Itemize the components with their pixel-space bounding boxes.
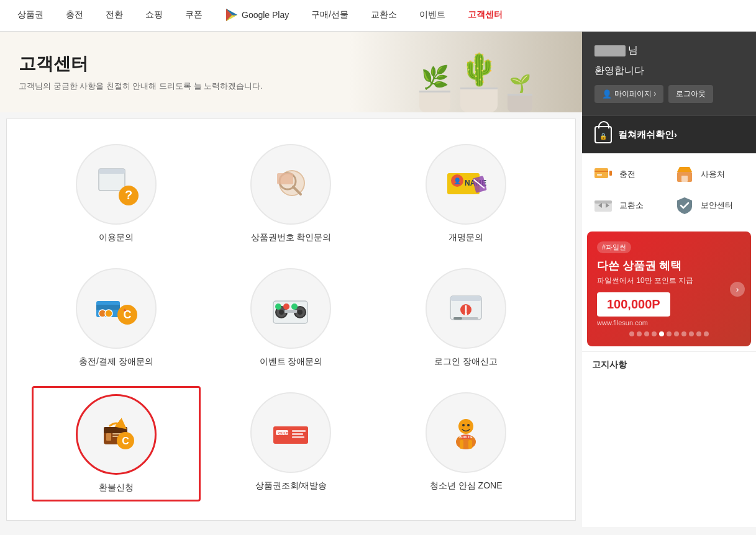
plant-leaves-3: 🌱 <box>509 73 531 94</box>
cat-circle-refund: C <box>76 394 157 475</box>
promo-arrow[interactable]: › <box>730 282 745 297</box>
cat-label-voucher-check: 상품권번호 확인문의 <box>251 232 332 243</box>
cat-circle-event-issue <box>250 268 331 349</box>
svg-text:👤: 👤 <box>453 177 462 185</box>
dot-10 <box>696 331 701 336</box>
category-item-login-issue[interactable]: 로그인 장애신고 <box>381 262 550 374</box>
svg-point-59 <box>467 424 470 426</box>
quicklink-charge[interactable]: 충전 <box>592 163 665 186</box>
nav-item-gift[interactable]: 상품권 <box>6 0 55 32</box>
quicklink-exchange[interactable]: 교환소 <box>592 194 665 217</box>
dot-3 <box>644 331 649 336</box>
category-item-name-change[interactable]: 👤 NAME 개명문의 <box>381 138 550 250</box>
dot-1 <box>629 331 634 336</box>
svg-point-28 <box>298 310 303 315</box>
sidebar-quick-links: 충전 사용처 <box>582 153 756 227</box>
svg-rect-32 <box>285 310 297 313</box>
promo-banner[interactable]: #파일썬 다쓴 상품권 혜택 파일썬에서 10만 포인트 지급 100,000P… <box>587 232 751 346</box>
youth-zone-icon: BOW TIE <box>441 408 491 457</box>
nav-item-googleplay[interactable]: Google Play <box>214 0 300 32</box>
logout-label: 로그아웃 <box>676 89 706 99</box>
svg-rect-5 <box>99 169 125 174</box>
lock-icon: 🔒 <box>594 126 612 143</box>
cat-label-login-issue: 로그인 장애신고 <box>434 356 498 367</box>
cat-label-refund: 환불신청 <box>99 482 134 493</box>
nim-suffix: 님 <box>628 44 638 57</box>
promo-site: www.filesun.com <box>597 319 741 326</box>
voucher-resend-icon: CULTURE LAND <box>266 408 316 457</box>
right-sidebar: 님 환영합니다 👤 마이페이지 › 로그아웃 🔒 컬쳐캐쉬확인› <box>582 32 756 527</box>
svg-point-54 <box>458 419 473 434</box>
store-icon <box>673 163 696 186</box>
content-area: ? 이용문의 상품권번호 확인문의 <box>6 119 576 521</box>
cat-circle-login-issue <box>426 268 506 349</box>
cat-circle-voucher-check <box>250 144 331 225</box>
plant-pot-1 <box>419 91 450 112</box>
svg-text:LAND: LAND <box>278 436 287 439</box>
cashcheck-bar[interactable]: 🔒 컬쳐캐쉬확인› <box>582 115 756 153</box>
quicklink-store[interactable]: 사용처 <box>673 163 746 186</box>
sidebar-action-buttons: 👤 마이페이지 › 로그아웃 <box>594 85 744 103</box>
category-item-youth-zone[interactable]: BOW TIE 청소년 안심 ZONE <box>381 386 550 501</box>
payment-issue-icon: C <box>91 284 141 333</box>
nav-item-convert[interactable]: 전환 <box>94 0 134 32</box>
google-play-label: Google Play <box>242 10 289 20</box>
svg-rect-11 <box>277 173 293 184</box>
nav-bar: 상품권 충전 전환 쇼핑 쿠폰 Google Play 구매/선물 교환소 이벤… <box>0 0 756 32</box>
nav-item-coupon[interactable]: 쿠폰 <box>174 0 214 32</box>
category-item-voucher-check[interactable]: 상품권번호 확인문의 <box>207 138 376 250</box>
category-grid: ? 이용문의 상품권번호 확인문의 <box>32 138 550 501</box>
inquiry-icon: ? <box>91 160 141 209</box>
nav-item-purchase[interactable]: 구매/선물 <box>300 0 360 32</box>
category-item-voucher-resend[interactable]: CULTURE LAND 상품권조회/재발송 <box>207 386 376 501</box>
mypage-button[interactable]: 👤 마이페이지 › <box>594 85 663 103</box>
plant-leaves-1: 🌿 <box>421 65 449 91</box>
svg-rect-34 <box>450 296 481 301</box>
promo-amount: 100,000P <box>597 292 670 317</box>
cat-label-youth-zone: 청소년 안심 ZONE <box>430 480 503 492</box>
lock-shackle <box>598 121 609 128</box>
svg-rect-52 <box>292 433 303 435</box>
nav-item-shop[interactable]: 쇼핑 <box>134 0 174 32</box>
category-item-inquiry[interactable]: ? 이용문의 <box>32 138 201 250</box>
category-item-payment-issue[interactable]: C 충전/결제 장애문의 <box>32 262 201 374</box>
plant-pot-2 <box>460 88 498 112</box>
category-item-refund[interactable]: C 환불신청 <box>32 386 201 501</box>
login-issue-icon <box>441 284 491 333</box>
quicklink-security-label: 보안센터 <box>701 200 733 211</box>
logout-button[interactable]: 로그아웃 <box>668 85 713 103</box>
svg-text:?: ? <box>125 188 132 202</box>
nav-item-event[interactable]: 이벤트 <box>408 0 457 32</box>
user-icon: 👤 <box>602 89 612 99</box>
cat-circle-inquiry: ? <box>76 144 157 225</box>
quicklink-security[interactable]: 보안센터 <box>673 194 746 217</box>
svg-rect-62 <box>594 168 608 178</box>
welcome-name-row: 님 <box>594 44 744 57</box>
svg-rect-69 <box>594 200 612 204</box>
mypage-label: 마이페이지 › <box>614 89 656 99</box>
cat-circle-voucher-resend: CULTURE LAND <box>250 392 331 473</box>
plant-2: 🌵 <box>460 52 498 112</box>
nav-item-exchange[interactable]: 교환소 <box>360 0 408 32</box>
category-item-event-issue[interactable]: 이벤트 장애문의 <box>207 262 376 374</box>
svg-point-37 <box>465 313 467 315</box>
nav-item-charge[interactable]: 충전 <box>55 0 94 32</box>
dot-2 <box>637 331 642 336</box>
nav-item-support[interactable]: 고객센터 <box>457 0 514 32</box>
dot-6 <box>667 331 672 336</box>
plant-3: 🌱 <box>508 73 532 112</box>
name-change-icon: 👤 NAME <box>441 160 491 209</box>
svg-rect-39 <box>453 317 462 320</box>
svg-rect-57 <box>468 440 472 449</box>
promo-sub: 파일썬에서 10만 포인트 지급 <box>597 276 741 286</box>
user-name-box <box>594 45 626 56</box>
svg-rect-42 <box>106 433 111 441</box>
svg-point-26 <box>279 310 284 315</box>
promo-tag: #파일썬 <box>597 241 631 253</box>
hero-title: 고객센터 <box>19 52 263 76</box>
main-layout: 고객센터 고객님의 궁금한 사항을 친절히 안내해 드리도록 늘 노력하겠습니다… <box>0 32 756 527</box>
svg-rect-53 <box>292 436 304 438</box>
dot-9 <box>689 331 694 336</box>
svg-text:C: C <box>122 436 129 446</box>
dot-4 <box>652 331 657 336</box>
